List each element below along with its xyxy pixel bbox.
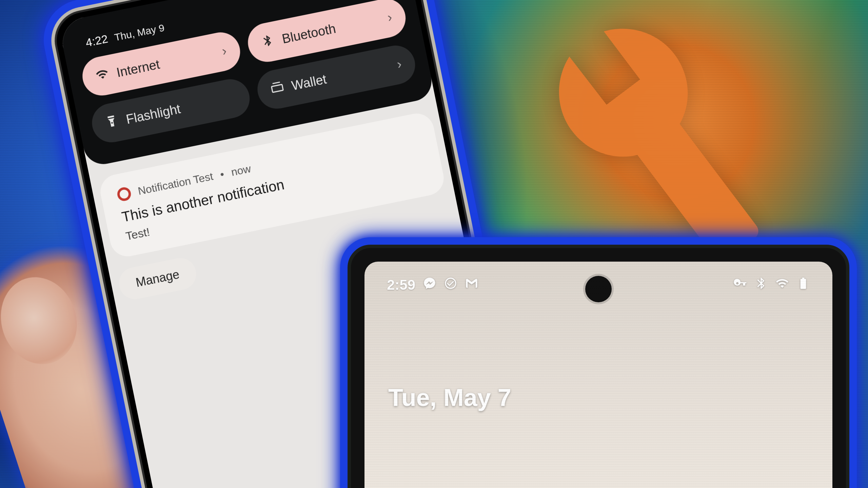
- battery-icon: [796, 277, 810, 293]
- check-circle-icon: [444, 277, 457, 293]
- manage-button[interactable]: Manage: [116, 255, 199, 302]
- wifi-icon: [775, 277, 789, 293]
- wifi-icon: [95, 67, 111, 85]
- tile-label: Flashlight: [125, 102, 182, 127]
- tile-label: Wallet: [290, 72, 328, 93]
- vibrate-icon: [314, 0, 326, 3]
- status-bar: 2:59: [364, 277, 832, 293]
- messenger-icon: [423, 277, 436, 293]
- chevron-right-icon: ›: [396, 57, 403, 72]
- tile-label: Internet: [115, 57, 161, 80]
- notification-age: now: [230, 162, 252, 179]
- status-date: Thu, May 9: [113, 22, 165, 43]
- bluetooth-icon: [754, 277, 768, 293]
- wrench-icon: [542, 24, 780, 261]
- home-date: Tue, May 7: [388, 384, 511, 411]
- phone-right: 2:59 Tue, May 7: [348, 245, 849, 488]
- chevron-right-icon: ›: [221, 44, 228, 59]
- tile-label: Bluetooth: [281, 21, 337, 46]
- vpn-key-icon: [733, 277, 747, 293]
- phone-frame: 2:59 Tue, May 7: [348, 245, 849, 488]
- bluetooth-icon: [260, 33, 276, 52]
- app-icon: [116, 186, 132, 202]
- status-time: 4:22: [84, 32, 109, 49]
- flashlight-icon: [104, 114, 120, 132]
- status-time: 2:59: [387, 277, 415, 293]
- chevron-right-icon: ›: [386, 10, 393, 25]
- wallet-icon: [270, 80, 285, 98]
- gmail-icon: [465, 277, 478, 293]
